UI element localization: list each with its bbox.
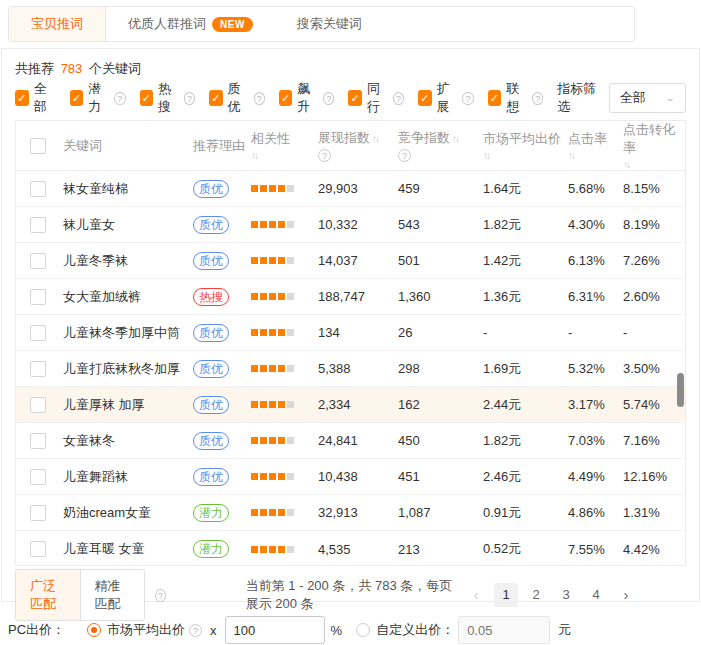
next-page-icon[interactable]: › [614,583,638,607]
summary-suffix: 个关键词 [89,61,141,76]
filter-checkbox-row: ✓ 全部 ✓ 潜力 ? ✓ 热搜 ? ✓ 质优 ? ✓ 飙升 ? ✓ 同行 ? … [15,86,686,110]
keyword-cell[interactable]: 奶油cream女童 [63,504,193,522]
sort-icon[interactable]: ↑↓ [372,133,378,144]
filter-info-icon[interactable]: ? [254,92,265,105]
sort-icon[interactable]: ↑↓ [568,150,623,161]
relevance-bars [251,221,318,228]
relevance-bars [251,329,318,336]
tab-audience-keywords[interactable]: 优质人群推词 NEW [106,7,275,41]
market-percent-input[interactable] [225,616,325,644]
reason-tag: 质优 [193,396,229,414]
metric-filter-select[interactable]: 全部 ⌄ [609,83,686,113]
keyword-cell[interactable]: 女大童加绒裤 [63,288,193,306]
exact-match-button[interactable]: 精准匹配 [81,570,145,620]
prev-page-icon[interactable]: ‹ [464,583,488,607]
column-header[interactable]: 竞争指数↑↓? [398,129,483,162]
match-type-info-icon[interactable]: ? [155,589,166,602]
row-checkbox[interactable] [30,397,46,413]
filter-checkbox[interactable]: ✓ [488,90,501,106]
row-checkbox[interactable] [30,325,46,341]
relevance-bars [251,546,318,553]
filter-info-icon[interactable]: ? [393,92,404,105]
sort-icon[interactable]: ↑↓ [483,150,568,161]
table-row: 女大童加绒裤 热搜 188,747 1,360 1.36元 6.31% 2.60… [16,279,685,315]
filter-info-icon[interactable]: ? [462,92,473,105]
row-checkbox[interactable] [30,181,46,197]
row-checkbox[interactable] [30,217,46,233]
relevance-bars [251,437,318,444]
custom-price-label: 自定义出价： [376,621,454,639]
keyword-cell[interactable]: 女童袜冬 [63,432,193,450]
match-type-toggle: 广泛匹配 精准匹配 [15,569,145,621]
row-checkbox[interactable] [30,541,46,557]
filter-info-icon[interactable]: ? [323,92,334,105]
filter-info-icon[interactable]: ? [184,92,195,105]
keyword-cell[interactable]: 袜儿童女 [63,216,193,234]
column-header[interactable]: 点击率↑↓ [568,130,623,161]
sort-icon[interactable]: ↑↓ [623,159,685,170]
keyword-cell[interactable]: 儿童打底袜秋冬加厚 [63,360,193,378]
custom-price-input[interactable] [458,616,550,644]
filter-item: ✓ 全部 [15,80,56,116]
table-body: 袜女童纯棉 质优 29,903 459 1.64元 5.68% 8.15% 袜儿… [16,171,685,566]
filter-checkbox[interactable]: ✓ [279,90,292,106]
impressions-cell: 10,332 [318,217,398,232]
row-checkbox[interactable] [30,469,46,485]
market-price-label: 市场平均出价 [107,621,185,639]
keyword-cell[interactable]: 儿童舞蹈袜 [63,468,193,486]
keyword-cell[interactable]: 儿童冬季袜 [63,252,193,270]
row-checkbox[interactable] [30,433,46,449]
filter-checkbox[interactable]: ✓ [418,90,431,106]
filter-item: ✓ 扩展 ? [418,80,474,116]
column-header[interactable]: 点击转化率↑↓ [623,121,685,170]
column-header[interactable]: 展现指数↑↓? [318,129,398,162]
column-header[interactable]: 相关性↑↓ [251,130,318,161]
cvr-cell: 4.42% [623,542,685,557]
select-all-checkbox[interactable] [30,138,46,154]
table-scrollbar-thumb[interactable] [677,373,684,407]
market-price-info-icon[interactable]: ? [189,624,202,637]
keyword-cell[interactable]: 儿童厚袜 加厚 [63,396,193,414]
filter-item: ✓ 同行 ? [348,80,404,116]
row-checkbox[interactable] [30,289,46,305]
tab-search-keywords[interactable]: 搜索关键词 [275,7,384,41]
filter-info-icon[interactable]: ? [532,92,543,105]
filter-checkbox[interactable]: ✓ [15,90,29,106]
market-price-radio[interactable] [87,623,101,637]
broad-match-button[interactable]: 广泛匹配 [16,570,81,620]
filter-checkbox[interactable]: ✓ [70,90,83,106]
filter-label: 扩展 [437,80,459,116]
filter-checkbox[interactable]: ✓ [348,90,361,106]
impressions-cell: 134 [318,325,398,340]
sort-icon[interactable]: ↑↓ [452,133,458,144]
keyword-cell[interactable]: 儿童耳暖 女童 [63,540,193,558]
custom-price-radio[interactable] [356,623,370,637]
page-number[interactable]: 4 [584,583,608,607]
reason-tag: 潜力 [193,504,229,522]
page-number[interactable]: 1 [494,583,518,607]
relevance-bars [251,185,318,192]
column-header: 推荐理由 [193,137,251,155]
filter-info-icon[interactable]: ? [114,92,125,105]
keyword-cell[interactable]: 儿童袜冬季加厚中筒 [63,324,193,342]
reason-tag: 质优 [193,252,229,270]
tab-label: 搜索关键词 [297,15,362,33]
tab-item-keywords[interactable]: 宝贝推词 [9,7,106,41]
column-header[interactable]: 市场平均出价↑↓ [483,130,568,161]
page-number[interactable]: 3 [554,583,578,607]
price-cell: 1.69元 [483,360,568,378]
table-row: 女童袜冬 质优 24,841 450 1.82元 7.03% 7.16% [16,423,685,459]
filter-checkbox[interactable]: ✓ [140,90,153,106]
keyword-cell[interactable]: 袜女童纯棉 [63,180,193,198]
row-checkbox[interactable] [30,253,46,269]
sort-icon[interactable]: ↑↓ [251,150,318,161]
column-info-icon[interactable]: ? [398,149,411,162]
reason-tag: 质优 [193,180,229,198]
row-checkbox[interactable] [30,361,46,377]
filter-checkbox[interactable]: ✓ [209,90,222,106]
page-number[interactable]: 2 [524,583,548,607]
row-checkbox[interactable] [30,505,46,521]
multiply-sign: x [210,623,217,638]
tab-label: 优质人群推词 [128,15,206,33]
column-info-icon[interactable]: ? [318,149,331,162]
